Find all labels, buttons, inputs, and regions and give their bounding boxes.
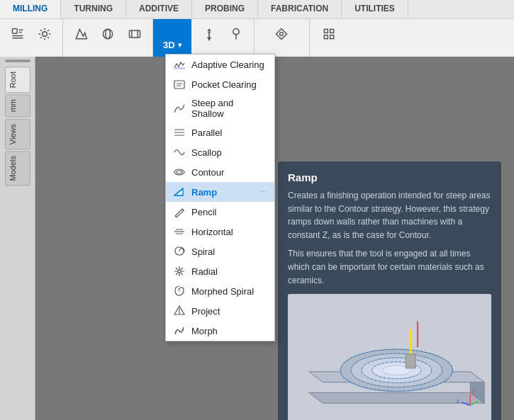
svg-point-15 — [177, 171, 182, 174]
horizontal-label: Horizontal — [191, 227, 267, 237]
2d-icon-1[interactable] — [69, 22, 93, 46]
2d-icon-2[interactable] — [96, 22, 120, 46]
parallel-icon — [173, 126, 186, 139]
svg-text:Z: Z — [471, 390, 474, 395]
svg-rect-9 — [330, 29, 334, 33]
svg-point-6 — [233, 29, 238, 35]
svg-rect-4 — [130, 30, 140, 38]
radial-label: Radial — [191, 266, 267, 277]
svg-rect-13 — [174, 81, 184, 89]
setup-icon-1[interactable] — [6, 22, 30, 46]
drilling-icon-1[interactable] — [197, 22, 221, 46]
tab-bar: MILLING TURNING ADDITIVE PROBING FABRICA… — [0, 0, 514, 19]
svg-rect-12 — [174, 67, 185, 69]
menu-item-adaptive-clearing[interactable]: Adaptive Clearing — [166, 55, 274, 74]
tab-turning[interactable]: TURNING — [61, 0, 126, 18]
project-label: Project — [191, 306, 267, 317]
scallop-icon — [173, 146, 186, 159]
horizontal-icon — [173, 225, 186, 238]
ramp-arrow: ⋯ — [259, 188, 267, 197]
steep-shallow-icon — [173, 102, 186, 115]
tab-milling[interactable]: MILLING — [0, 0, 61, 18]
contour-label: Contour — [191, 167, 267, 178]
spiral-label: Spiral — [191, 246, 267, 257]
menu-item-steep-shallow[interactable]: Steep and Shallow — [166, 94, 274, 123]
spiral-icon — [173, 245, 186, 258]
tab-additive[interactable]: ADDITIVE — [126, 0, 192, 18]
tab-utilities[interactable]: UTILITIES — [342, 0, 408, 18]
menu-item-ramp[interactable]: Ramp ⋯ — [166, 182, 274, 202]
svg-marker-5 — [208, 38, 210, 40]
svg-rect-34 — [406, 354, 415, 368]
scallop-label: Scallop — [191, 147, 267, 158]
morph-label: Morph — [191, 326, 267, 336]
svg-rect-8 — [324, 29, 328, 33]
menu-item-contour[interactable]: Contour — [166, 162, 274, 182]
project-icon — [173, 305, 186, 317]
svg-point-2 — [103, 29, 112, 38]
menu-item-morph[interactable]: Morph — [166, 321, 274, 341]
svg-rect-10 — [324, 35, 328, 39]
setup-icon-2[interactable] — [33, 22, 57, 46]
tooltip-title: Ramp — [288, 171, 491, 183]
svg-point-3 — [106, 29, 111, 38]
tooltip-image: Z Y X — [288, 294, 491, 420]
parallel-label: Parallel — [191, 127, 267, 138]
pencil-icon — [173, 205, 186, 218]
sidebar-item-mm[interactable]: mm — [5, 94, 30, 117]
morphed-spiral-label: Morphed Spiral — [191, 286, 267, 297]
left-sidebar: Root mm Views Models — [0, 57, 35, 420]
svg-text:Y: Y — [479, 398, 483, 403]
pencil-label: Pencil — [191, 207, 267, 217]
menu-item-pocket-clearing[interactable]: Pocket Clearing — [166, 74, 274, 94]
menu-item-horizontal[interactable]: Horizontal — [166, 222, 274, 242]
sidebar-item-models[interactable]: Models — [5, 151, 30, 186]
svg-point-1 — [43, 32, 48, 37]
ramp-icon — [173, 186, 186, 198]
morph-icon — [173, 324, 186, 337]
pocket-clearing-icon — [173, 78, 186, 91]
tab-probing[interactable]: PROBING — [192, 0, 258, 18]
tooltip-panel: Ramp Creates a finishing operation inten… — [278, 161, 501, 420]
menu-item-project[interactable]: Project — [166, 301, 274, 321]
menu-item-morphed-spiral[interactable]: Morphed Spiral — [166, 281, 274, 301]
menu-item-radial[interactable]: Radial — [166, 261, 274, 281]
pocket-clearing-label: Pocket Clearing — [191, 79, 267, 90]
drilling-icon-2[interactable] — [224, 22, 248, 46]
adaptive-clearing-icon — [173, 58, 186, 71]
menu-item-parallel[interactable]: Parallel — [166, 123, 274, 142]
sidebar-item-root[interactable]: Root — [5, 67, 30, 93]
contour-icon — [173, 166, 186, 178]
tooltip-body-2: This ensures that the tool is engaged at… — [288, 247, 491, 287]
svg-point-16 — [178, 270, 181, 273]
tab-fabrication[interactable]: FABRICATION — [258, 0, 342, 18]
steep-shallow-label: Steep and Shallow — [191, 98, 267, 119]
menu-item-spiral[interactable]: Spiral — [166, 242, 274, 261]
radial-icon — [173, 265, 186, 278]
menu-item-pencil[interactable]: Pencil — [166, 202, 274, 222]
action-icon-1[interactable] — [317, 22, 341, 46]
tooltip-body: Creates a finishing operation intended f… — [288, 189, 491, 287]
svg-point-7 — [280, 33, 284, 36]
ramp-label: Ramp — [191, 187, 254, 198]
sidebar-handle[interactable] — [5, 59, 30, 62]
dropdown-menu-3d: Adaptive Clearing Pocket Clearing Steep … — [165, 54, 275, 341]
multi-axis-icon-1[interactable] — [269, 22, 294, 46]
menu-item-scallop[interactable]: Scallop — [166, 142, 274, 162]
svg-text:X: X — [457, 399, 460, 404]
adaptive-clearing-label: Adaptive Clearing — [191, 59, 267, 70]
2d-icon-3[interactable] — [123, 22, 147, 46]
sidebar-item-views[interactable]: Views — [5, 119, 30, 149]
svg-point-14 — [174, 169, 184, 175]
tooltip-body-1: Creates a finishing operation intended f… — [288, 189, 491, 242]
morphed-spiral-icon — [173, 285, 186, 297]
svg-rect-0 — [13, 29, 18, 34]
svg-rect-11 — [330, 35, 334, 39]
